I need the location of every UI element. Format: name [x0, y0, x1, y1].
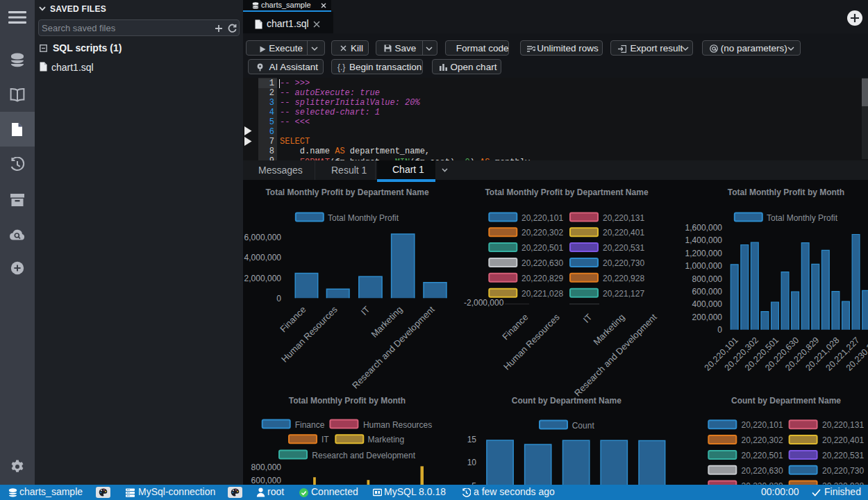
svg-text:400,000: 400,000 [692, 299, 723, 309]
svg-text:Human Resources: Human Resources [363, 420, 432, 430]
svg-text:20,220,501: 20,220,501 [521, 243, 563, 253]
svg-text:800,000: 800,000 [251, 462, 282, 472]
svg-text:20,220,630: 20,220,630 [521, 258, 563, 268]
svg-text:20,221,028: 20,221,028 [521, 289, 563, 299]
svg-text:1,000,000: 1,000,000 [685, 261, 723, 271]
svg-text:4,000,000: 4,000,000 [244, 253, 282, 262]
svg-text:1,200,000: 1,200,000 [685, 249, 723, 258]
svg-text:1,600,000: 1,600,000 [685, 223, 723, 233]
svg-text:Finance: Finance [278, 304, 308, 334]
svg-text:20,221,127: 20,221,127 [603, 289, 644, 299]
svg-text:1,400,000: 1,400,000 [685, 235, 723, 245]
svg-text:20,220,101: 20,220,101 [521, 213, 563, 223]
svg-text:20,220,928: 20,220,928 [603, 274, 644, 283]
svg-text:20,220,302: 20,220,302 [742, 435, 783, 445]
svg-text:Total Monthly Profit by Depart: Total Monthly Profit by Department Name [265, 188, 428, 197]
svg-text:600,000: 600,000 [251, 476, 282, 485]
svg-text:Count: Count [572, 421, 595, 431]
svg-text:20,220,531: 20,220,531 [822, 451, 864, 460]
svg-text:Total Monthly Profit by Month: Total Monthly Profit by Month [289, 396, 406, 406]
svg-text:Count by Department Name: Count by Department Name [512, 396, 621, 406]
svg-text:15: 15 [467, 435, 477, 444]
svg-text:20,220,730: 20,220,730 [822, 466, 864, 476]
svg-text:Marketing: Marketing [368, 435, 405, 444]
svg-text:20,220,829: 20,220,829 [521, 274, 563, 283]
svg-text:20,220,630: 20,220,630 [742, 466, 783, 476]
svg-text:IT: IT [322, 435, 329, 444]
svg-text:Research and Development: Research and Development [312, 451, 415, 460]
svg-text:0: 0 [276, 294, 281, 303]
svg-text:20,220,401: 20,220,401 [603, 228, 644, 238]
svg-text:20,220,131: 20,220,131 [822, 420, 864, 430]
svg-text:600,000: 600,000 [692, 287, 723, 297]
svg-text:Human Resources: Human Resources [501, 312, 562, 372]
svg-text:Total Monthly Profit by Month: Total Monthly Profit by Month [728, 188, 844, 197]
svg-text:Human Resources: Human Resources [279, 304, 340, 365]
svg-text:20,220,531: 20,220,531 [603, 243, 644, 253]
svg-text:Count by Department Name: Count by Department Name [731, 396, 841, 406]
svg-text:800,000: 800,000 [692, 274, 723, 284]
svg-text:20,220,101: 20,220,101 [742, 420, 783, 430]
svg-text:Finance: Finance [500, 312, 530, 342]
svg-text:IT: IT [581, 312, 594, 325]
svg-text:20,220,501: 20,220,501 [742, 451, 783, 460]
svg-text:Total Monthly Profit: Total Monthly Profit [328, 213, 399, 223]
svg-text:Total Monthly Profit by Depart: Total Monthly Profit by Department Name [485, 188, 648, 197]
svg-text:0: 0 [717, 325, 722, 335]
svg-text:20,220,302: 20,220,302 [521, 228, 563, 238]
svg-text:-2,000,000: -2,000,000 [464, 298, 504, 308]
svg-text:IT: IT [359, 304, 372, 317]
svg-text:Finance: Finance [295, 420, 325, 430]
svg-text:2,000,000: 2,000,000 [244, 274, 282, 283]
svg-text:20,220,131: 20,220,131 [603, 213, 644, 223]
svg-text:20,220,401: 20,220,401 [822, 435, 864, 445]
svg-text:Total Monthly Profit: Total Monthly Profit [767, 213, 838, 223]
svg-text:200,000: 200,000 [692, 312, 723, 322]
svg-text:20,220,730: 20,220,730 [603, 258, 644, 268]
svg-text:6,000,000: 6,000,000 [244, 233, 282, 242]
svg-text:10: 10 [467, 458, 477, 467]
